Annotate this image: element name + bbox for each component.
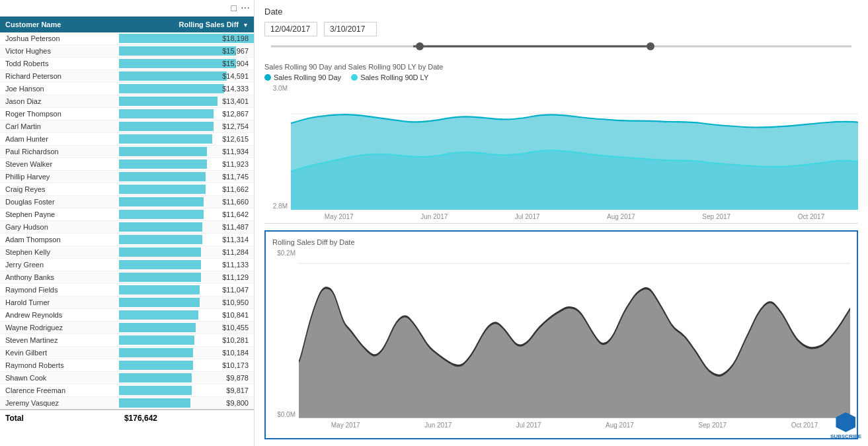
table-row[interactable]: Clarence Freeman$9,817 — [0, 384, 254, 397]
row-value-text: $11,642 — [122, 210, 249, 218]
table-row[interactable]: Richard Peterson$14,591 — [0, 70, 254, 83]
slider-handle-right[interactable] — [647, 42, 654, 50]
row-value-text: $9,800 — [122, 399, 249, 407]
table-row[interactable]: Joe Hanson$14,333 — [0, 83, 254, 95]
subscribe-section[interactable]: SUBSCRIBE — [830, 412, 861, 439]
x-label-jul: Jul 2017 — [515, 213, 540, 220]
rolling-chart-y-labels: 3.0M 2.8M — [264, 85, 291, 210]
row-value-text: $9,817 — [122, 386, 249, 394]
customer-name-cell: Paul Richardson — [0, 146, 119, 158]
diff-x-jul: Jul 2017 — [516, 422, 541, 429]
rolling-value-cell: $14,591 — [119, 70, 254, 83]
date-end-input[interactable]: 3/10/2017 — [324, 22, 377, 36]
rolling-value-cell: $10,950 — [119, 296, 254, 309]
expand-icon[interactable]: □ — [231, 3, 237, 13]
table-row[interactable]: Victor Hughes$15,967 — [0, 45, 254, 58]
rolling-value-cell: $11,923 — [119, 158, 254, 171]
customer-name-cell: Steven Walker — [0, 158, 119, 171]
table-row[interactable]: Todd Roberts$15,904 — [0, 58, 254, 70]
rolling-sales-chart-section: Sales Rolling 90 Day and Sales Rolling 9… — [264, 63, 858, 224]
row-value-text: $11,934 — [122, 148, 249, 156]
customer-name-cell: Clarence Freeman — [0, 384, 119, 397]
table-row[interactable]: Shawn Cook$9,878 — [0, 372, 254, 384]
rolling-value-cell: $13,401 — [119, 95, 254, 108]
table-row[interactable]: Andrew Reynolds$10,841 — [0, 309, 254, 322]
date-inputs: 12/04/2017 3/10/2017 — [264, 22, 858, 36]
x-label-oct: Oct 2017 — [798, 213, 825, 220]
table-row[interactable]: Jerry Green$11,133 — [0, 259, 254, 271]
customer-table-container: Customer Name Rolling Sales Diff ▼ Joshu… — [0, 17, 254, 446]
table-row[interactable]: Kevin Gilbert$10,184 — [0, 347, 254, 359]
legend-item-90d-ly: Sales Rolling 90D LY — [351, 73, 428, 81]
table-row[interactable]: Jeremy Vasquez$9,800 — [0, 397, 254, 410]
row-value-text: $14,333 — [122, 85, 249, 93]
customer-name-cell: Victor Hughes — [0, 45, 119, 58]
row-value-text: $11,662 — [122, 185, 249, 193]
customer-name-cell: Phillip Harvey — [0, 171, 119, 183]
table-row[interactable]: Raymond Roberts$10,173 — [0, 359, 254, 372]
diff-chart-section: Rolling Sales Diff by Date $0.2M $0.0M — [264, 230, 858, 439]
diff-chart-area: $0.2M $0.0M May 2017 Jun 2017 Jul 2017 — [272, 249, 850, 431]
customer-name-cell: Joe Hanson — [0, 83, 119, 95]
row-value-text: $10,184 — [122, 349, 249, 357]
rolling-value-cell: $15,967 — [119, 45, 254, 58]
customer-name-cell: Wayne Rodriguez — [0, 322, 119, 334]
row-value-text: $10,455 — [122, 324, 249, 332]
customer-name-cell: Roger Thompson — [0, 108, 119, 120]
table-row[interactable]: Paul Richardson$11,934 — [0, 146, 254, 158]
rolling-value-cell: $11,133 — [119, 259, 254, 271]
table-row[interactable]: Adam Thompson$11,314 — [0, 234, 254, 246]
rolling-value-cell: $18,198 — [119, 32, 254, 45]
customer-name-cell: Stephen Kelly — [0, 246, 119, 259]
rolling-value-cell: $11,314 — [119, 234, 254, 246]
total-value: $176,642 — [119, 410, 254, 426]
diff-chart-y-labels: $0.2M $0.0M — [272, 249, 299, 418]
rolling-chart-title: Sales Rolling 90 Day and Sales Rolling 9… — [264, 63, 858, 71]
table-header-row: Customer Name Rolling Sales Diff ▼ — [0, 17, 254, 32]
table-row[interactable]: Phillip Harvey$11,745 — [0, 171, 254, 183]
table-row[interactable]: Jason Diaz$13,401 — [0, 95, 254, 108]
x-label-sep: Sep 2017 — [702, 213, 730, 220]
diff-x-oct: Oct 2017 — [791, 422, 818, 429]
table-row[interactable]: Raymond Fields$11,047 — [0, 284, 254, 296]
total-label: Total — [0, 410, 119, 426]
rolling-value-cell: $15,904 — [119, 58, 254, 70]
rolling-sales-header[interactable]: Rolling Sales Diff ▼ — [119, 17, 254, 32]
diff-x-may: May 2017 — [331, 422, 360, 429]
x-label-may: May 2017 — [325, 213, 354, 220]
rolling-value-cell: $10,455 — [119, 322, 254, 334]
table-row[interactable]: Gary Hudson$11,487 — [0, 221, 254, 234]
table-row[interactable]: Anthony Banks$11,129 — [0, 271, 254, 284]
date-range-slider[interactable] — [264, 40, 858, 53]
row-value-text: $11,314 — [122, 236, 249, 244]
rolling-value-cell: $11,662 — [119, 183, 254, 196]
table-row[interactable]: Stephen Kelly$11,284 — [0, 246, 254, 259]
table-row[interactable]: Steven Walker$11,923 — [0, 158, 254, 171]
rolling-value-cell: $11,284 — [119, 246, 254, 259]
table-row[interactable]: Craig Reyes$11,662 — [0, 183, 254, 196]
more-icon[interactable]: ⋯ — [241, 3, 250, 13]
customer-name-cell: Raymond Roberts — [0, 359, 119, 372]
table-row[interactable]: Adam Hunter$12,615 — [0, 133, 254, 146]
row-value-text: $9,878 — [122, 374, 249, 382]
row-value-text: $11,047 — [122, 286, 249, 294]
customer-name-cell: Joshua Peterson — [0, 32, 119, 45]
subscribe-label: SUBSCRIBE — [830, 433, 861, 439]
date-start-input[interactable]: 12/04/2017 — [264, 22, 317, 36]
table-row[interactable]: Harold Turner$10,950 — [0, 296, 254, 309]
table-row[interactable]: Steven Martinez$10,281 — [0, 334, 254, 347]
table-row[interactable]: Wayne Rodriguez$10,455 — [0, 322, 254, 334]
table-row[interactable]: Roger Thompson$12,867 — [0, 108, 254, 120]
rolling-value-cell: $9,817 — [119, 384, 254, 397]
table-row[interactable]: Douglas Foster$11,660 — [0, 196, 254, 208]
table-row[interactable]: Carl Martin$12,754 — [0, 120, 254, 133]
rolling-value-cell: $12,867 — [119, 108, 254, 120]
rolling-value-cell: $11,047 — [119, 284, 254, 296]
panel-toolbar: □ ⋯ — [0, 0, 254, 17]
table-row[interactable]: Joshua Peterson$18,198 — [0, 32, 254, 45]
rolling-value-cell: $11,487 — [119, 221, 254, 234]
customer-name-header[interactable]: Customer Name — [0, 17, 119, 32]
rolling-value-cell: $11,934 — [119, 146, 254, 158]
table-row[interactable]: Stephen Payne$11,642 — [0, 208, 254, 221]
slider-handle-left[interactable] — [416, 42, 424, 50]
